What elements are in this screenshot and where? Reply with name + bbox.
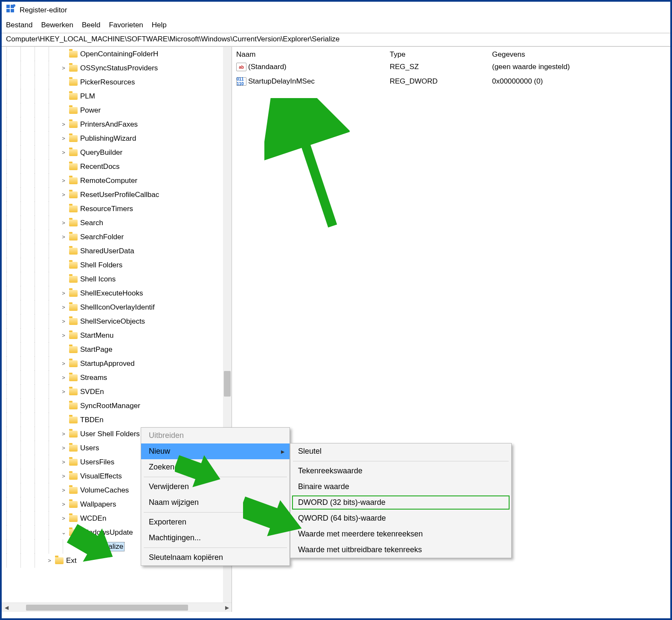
tree-item[interactable]: >Shell Icons	[2, 272, 223, 286]
tree-item[interactable]: >OpenContainingFolderH	[2, 47, 223, 61]
highlight-box	[292, 495, 510, 510]
tree-item[interactable]: >TBDEn	[2, 413, 223, 427]
value-row[interactable]: ab(Standaard)REG_SZ(geen waarde ingestel…	[232, 60, 670, 74]
menu-item[interactable]: Binaire waarde	[290, 479, 511, 495]
chevron-right-icon[interactable]: >	[61, 65, 67, 71]
address-bar[interactable]: Computer\HKEY_LOCAL_MACHINE\SOFTWARE\Mic…	[2, 33, 670, 46]
tree-item-label: PrintersAndFaxes	[80, 120, 138, 129]
tree-item[interactable]: >Search	[2, 216, 223, 230]
tree-item[interactable]: >PublishingWizard	[2, 131, 223, 145]
tree-item[interactable]: >SVDEn	[2, 385, 223, 399]
menu-item[interactable]: Tekenreekswaarde	[290, 463, 511, 479]
menu-item[interactable]: Machtigingen...	[141, 530, 290, 546]
tree-item[interactable]: >ShellServiceObjects	[2, 314, 223, 328]
chevron-right-icon[interactable]: >	[61, 431, 67, 437]
tree-item-label: Shell Icons	[80, 275, 116, 284]
chevron-right-icon: >	[61, 262, 67, 268]
menu-item[interactable]: Zoeken...	[141, 459, 290, 475]
folder-icon	[69, 346, 78, 353]
tree-item[interactable]: >ResetUserProfileCallbac	[2, 188, 223, 202]
col-name[interactable]: Naam	[232, 49, 385, 60]
chevron-right-icon[interactable]: >	[61, 149, 67, 156]
chevron-right-icon[interactable]: >	[61, 318, 67, 324]
menu-item[interactable]: Waarde met meerdere tekenreeksen	[290, 526, 511, 542]
chevron-right-icon[interactable]: >	[61, 332, 67, 339]
tree-item-label: WindowsUpdate	[80, 528, 133, 537]
context-menu[interactable]: UitbreidenNieuwZoeken...VerwijderenNaam …	[141, 427, 290, 566]
horizontal-scrollbar[interactable]: ◀ ▶	[2, 603, 232, 612]
chevron-right-icon[interactable]: >	[61, 177, 67, 184]
tree-item-label: Streams	[80, 374, 107, 382]
menu-item[interactable]: Exporteren	[141, 514, 290, 530]
tree-item[interactable]: >SharedUserData	[2, 244, 223, 258]
chevron-right-icon: >	[61, 276, 67, 282]
menu-file[interactable]: Bestand	[6, 21, 32, 29]
tree-item[interactable]: >ShellExecuteHooks	[2, 286, 223, 300]
chevron-right-icon[interactable]: >	[61, 501, 67, 507]
chevron-right-icon[interactable]: >	[61, 388, 67, 395]
chevron-right-icon[interactable]: >	[61, 191, 67, 198]
chevron-right-icon[interactable]: >	[61, 121, 67, 127]
reg-binary-icon: 011 110	[236, 77, 246, 86]
menu-item[interactable]: Verwijderen	[141, 479, 290, 495]
menu-item[interactable]: Sleutel	[290, 443, 511, 459]
scroll-right-icon[interactable]: ▶	[222, 605, 232, 611]
tree-item[interactable]: >QueryBuilder	[2, 145, 223, 159]
chevron-right-icon[interactable]: >	[61, 290, 67, 296]
tree-item[interactable]: >SearchFolder	[2, 230, 223, 244]
menu-view[interactable]: Beeld	[82, 21, 100, 29]
folder-icon	[69, 93, 78, 100]
tree-item[interactable]: >PLM	[2, 89, 223, 103]
menu-item[interactable]: Naam wijzigen	[141, 495, 290, 510]
tree-item[interactable]: >StartupApproved	[2, 356, 223, 371]
tree-item-label: StartupApproved	[80, 359, 135, 368]
tree-item[interactable]: >StartMenu	[2, 328, 223, 342]
chevron-right-icon[interactable]: >	[61, 360, 67, 367]
col-type[interactable]: Type	[385, 49, 488, 60]
tree-item[interactable]: >RemoteComputer	[2, 174, 223, 188]
menu-fav[interactable]: Favorieten	[109, 21, 143, 29]
value-type: REG_DWORD	[385, 76, 488, 87]
chevron-right-icon[interactable]: >	[61, 459, 67, 465]
chevron-right-icon[interactable]: >	[61, 220, 67, 226]
menu-edit[interactable]: Bewerken	[41, 21, 73, 29]
chevron-right-icon[interactable]: >	[61, 487, 67, 493]
menu-help[interactable]: Help	[152, 21, 167, 29]
tree-item-label: VolumeCaches	[80, 486, 129, 495]
tree-item-label: SyncRootManager	[80, 402, 140, 410]
chevron-right-icon[interactable]: >	[61, 304, 67, 310]
chevron-right-icon[interactable]: >	[46, 557, 52, 564]
tree-item[interactable]: >RecentDocs	[2, 159, 223, 174]
tree-item[interactable]: >OSSyncStatusProviders	[2, 61, 223, 75]
menu-item[interactable]: Waarde met uitbreidbare tekenreeks	[290, 542, 511, 558]
value-row[interactable]: 011 110StartupDelayInMSecREG_DWORD0x0000…	[232, 74, 670, 89]
chevron-right-icon[interactable]: >	[61, 135, 67, 142]
tree-item[interactable]: >ResourceTimers	[2, 202, 223, 216]
tree-item[interactable]: >StartPage	[2, 342, 223, 356]
tree-item[interactable]: >PickerResources	[2, 75, 223, 89]
tree-item[interactable]: >ShellIconOverlayIdentif	[2, 300, 223, 314]
menu-item[interactable]: QWORD (64 bits)-waarde	[290, 510, 511, 526]
col-data[interactable]: Gegevens	[488, 49, 670, 60]
chevron-right-icon[interactable]: >	[61, 445, 67, 451]
menu-item[interactable]: Sleutelnaam kopiëren	[141, 550, 290, 565]
tree-item[interactable]: >Power	[2, 103, 223, 117]
chevron-right-icon[interactable]: >	[61, 234, 67, 240]
menu-item[interactable]: DWORD (32 bits)-waarde	[290, 495, 511, 510]
scrollbar-thumb[interactable]	[26, 605, 188, 611]
folder-icon	[69, 374, 78, 381]
chevron-down-icon[interactable]: ⌄	[61, 529, 67, 536]
context-submenu-new[interactable]: SleutelTekenreekswaardeBinaire waardeDWO…	[290, 443, 512, 558]
scroll-left-icon[interactable]: ◀	[2, 605, 11, 611]
tree-item[interactable]: >PrintersAndFaxes	[2, 117, 223, 131]
chevron-right-icon[interactable]: >	[61, 473, 67, 479]
tree-item[interactable]: >Shell Folders	[2, 258, 223, 272]
tree-item-label: SearchFolder	[80, 233, 124, 241]
svg-rect-3	[11, 9, 14, 12]
menu-item[interactable]: Nieuw	[141, 443, 290, 459]
chevron-right-icon[interactable]: >	[61, 515, 67, 521]
scrollbar-thumb[interactable]	[224, 371, 231, 397]
tree-item[interactable]: >Streams	[2, 371, 223, 385]
tree-item[interactable]: >SyncRootManager	[2, 399, 223, 413]
chevron-right-icon[interactable]: >	[61, 374, 67, 381]
